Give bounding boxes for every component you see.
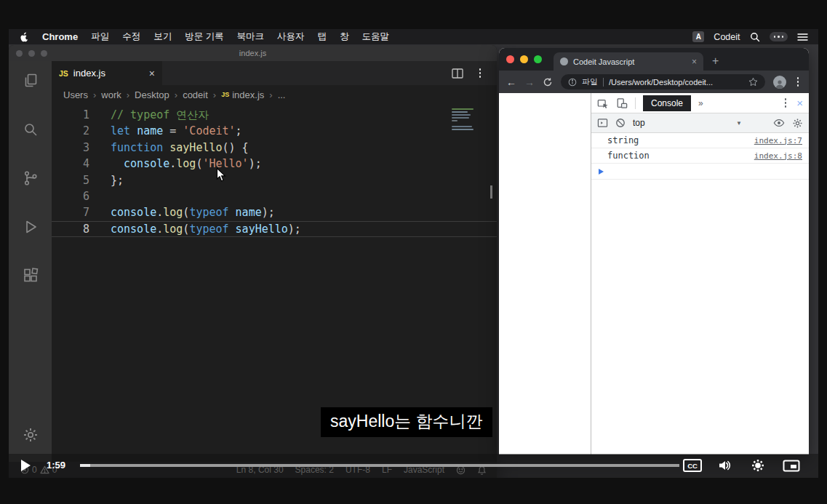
page-info-icon[interactable]: [568, 78, 577, 87]
split-editor-icon[interactable]: [452, 68, 463, 79]
code-line[interactable]: 7console.log(typeof name);: [52, 204, 497, 220]
back-button[interactable]: ←: [506, 77, 516, 87]
vscode-titlebar[interactable]: index.js: [9, 45, 497, 61]
console-value: string: [607, 135, 639, 145]
live-expression-eye-icon[interactable]: [773, 119, 785, 127]
spotlight-search-icon[interactable]: [750, 32, 760, 42]
breadcrumb-item[interactable]: Users: [63, 89, 88, 100]
window-close-button[interactable]: [506, 55, 514, 63]
menubar-menu[interactable]: 도움말: [362, 31, 390, 43]
menubar-menu[interactable]: 파일: [91, 31, 109, 43]
captions-button[interactable]: CC: [683, 459, 702, 472]
menubar-menu[interactable]: 창: [340, 31, 349, 43]
vscode-tab-bar: JS index.js ×: [52, 61, 497, 85]
console-source-link[interactable]: index.js:7: [754, 136, 802, 145]
console-prompt[interactable]: [591, 164, 809, 180]
window-close-button[interactable]: [16, 50, 23, 57]
menubar-menu[interactable]: 보기: [153, 31, 172, 43]
menubar-menu[interactable]: 북마크: [237, 31, 265, 43]
line-number: 1: [52, 107, 89, 123]
breadcrumb-label: index.js: [232, 89, 264, 100]
codeit-menubar-label[interactable]: Codeit: [714, 32, 740, 42]
code-line[interactable]: 8console.log(typeof sayHello);: [52, 221, 497, 237]
tab-close-icon[interactable]: ×: [149, 68, 155, 79]
menubar-right: A Codeit: [692, 31, 808, 42]
menu-list-icon[interactable]: [797, 33, 808, 41]
breadcrumb-item[interactable]: JSindex.js: [221, 89, 264, 100]
tab-close-icon[interactable]: ×: [692, 57, 697, 67]
play-button[interactable]: [21, 460, 31, 471]
tab-console[interactable]: Console: [643, 95, 691, 111]
source-control-icon[interactable]: [21, 169, 40, 188]
window-controls[interactable]: [16, 50, 47, 57]
editor-scrollbar[interactable]: [490, 185, 492, 199]
apple-icon[interactable]: [19, 31, 29, 43]
code-line[interactable]: 3function sayHello() {: [52, 140, 497, 156]
window-zoom-button[interactable]: [534, 55, 542, 63]
page-content[interactable]: [499, 93, 591, 455]
console-sidebar-icon[interactable]: [597, 118, 608, 128]
inspect-element-icon[interactable]: [597, 97, 609, 109]
tab-favicon: [560, 57, 568, 65]
code-line[interactable]: 2let name = 'Codeit';: [52, 123, 497, 139]
menubar-app-name[interactable]: Chrome: [42, 31, 78, 42]
window-minimize-button[interactable]: [520, 55, 528, 63]
explorer-icon[interactable]: [21, 71, 40, 90]
search-icon[interactable]: [21, 120, 40, 139]
window-zoom-button[interactable]: [41, 50, 47, 57]
bookmark-star-icon[interactable]: [748, 77, 758, 87]
forward-button[interactable]: →: [524, 77, 535, 87]
breadcrumb-label: ...: [278, 89, 286, 100]
breadcrumb-item[interactable]: Desktop: [135, 89, 169, 100]
menubar-menu[interactable]: 사용자: [277, 31, 305, 43]
menubar-menu[interactable]: 탭: [318, 31, 327, 43]
prompt-chevron-icon: [599, 169, 604, 175]
devtools-close-icon[interactable]: ×: [796, 97, 803, 109]
code-line[interactable]: 1// typeof 연산자: [52, 107, 497, 123]
profile-avatar[interactable]: [773, 76, 786, 89]
js-context-selector[interactable]: top ▼: [633, 118, 742, 128]
console-settings-gear-icon[interactable]: [792, 118, 803, 129]
breadcrumb-item[interactable]: work: [101, 89, 121, 100]
reload-button[interactable]: [543, 77, 553, 87]
url-text[interactable]: /Users/work/Desktop/codeit...: [609, 78, 743, 87]
volume-icon[interactable]: [717, 458, 732, 473]
code-line[interactable]: 5};: [52, 172, 497, 188]
breadcrumb-item[interactable]: ...: [278, 89, 286, 100]
player-settings-gear-icon[interactable]: [751, 458, 765, 473]
code-text: console.log(typeof sayHello);: [89, 221, 301, 237]
console-source-link[interactable]: index.js:8: [754, 151, 802, 161]
video-frame[interactable]: Chrome 파일수정보기방문 기록북마크사용자탭창도움말 A Codeit i…: [9, 29, 818, 478]
extensions-icon[interactable]: [21, 266, 40, 285]
window-controls[interactable]: [506, 55, 542, 63]
code-line[interactable]: 4 console.log('Hello');: [52, 156, 497, 172]
js-file-icon: JS: [59, 69, 68, 78]
address-bar[interactable]: 파일 /Users/work/Desktop/codeit...: [561, 74, 765, 89]
control-center-icon[interactable]: [770, 32, 788, 41]
chrome-menu-icon[interactable]: [794, 76, 802, 88]
subtitle-caption: sayHello는 함수니깐: [321, 407, 492, 437]
code-line[interactable]: 6: [52, 188, 497, 204]
menubar-menu[interactable]: 방문 기록: [185, 31, 223, 43]
tab-indexjs[interactable]: JS index.js ×: [52, 61, 162, 85]
fullscreen-theater-icon[interactable]: [783, 460, 800, 472]
code-text: function sayHello() {: [89, 140, 249, 156]
new-tab-button[interactable]: +: [712, 55, 719, 68]
input-source-icon[interactable]: A: [692, 31, 704, 42]
player-controls: 1:59 CC: [9, 454, 818, 478]
breadcrumb-item[interactable]: codeit: [183, 89, 208, 100]
clear-console-icon[interactable]: [615, 118, 626, 128]
browser-tab[interactable]: Codeit Javascript ×: [554, 52, 703, 71]
run-debug-icon[interactable]: [21, 217, 40, 236]
more-tabs-icon[interactable]: »: [698, 98, 703, 108]
minimap[interactable]: [452, 108, 476, 130]
playback-time: 1:59: [47, 460, 65, 471]
device-toolbar-icon[interactable]: [616, 97, 628, 109]
progress-bar[interactable]: [80, 464, 679, 467]
code-lines: 1// typeof 연산자2let name = 'Codeit';3func…: [52, 107, 497, 237]
settings-gear-icon[interactable]: [21, 425, 40, 444]
devtools-menu-icon[interactable]: [782, 97, 790, 109]
window-minimize-button[interactable]: [28, 50, 35, 57]
menubar-menu[interactable]: 수정: [122, 31, 140, 43]
editor-more-actions-icon[interactable]: [476, 67, 484, 79]
